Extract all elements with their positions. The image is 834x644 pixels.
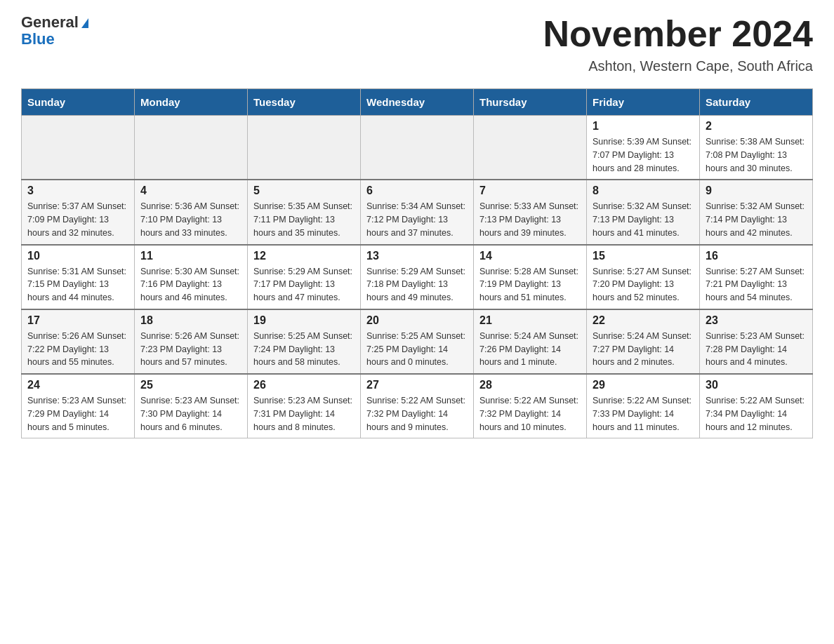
day-info: Sunrise: 5:29 AM Sunset: 7:17 PM Dayligh…	[253, 265, 355, 304]
day-info: Sunrise: 5:23 AM Sunset: 7:31 PM Dayligh…	[253, 394, 355, 434]
calendar-cell: 27Sunrise: 5:22 AM Sunset: 7:32 PM Dayli…	[361, 374, 474, 438]
day-number: 24	[27, 379, 128, 391]
day-info: Sunrise: 5:38 AM Sunset: 7:08 PM Dayligh…	[706, 135, 807, 175]
day-header-sunday: Sunday	[22, 89, 135, 116]
day-number: 16	[706, 250, 807, 262]
day-number: 30	[706, 379, 807, 391]
day-number: 27	[366, 379, 468, 391]
calendar-cell: 4Sunrise: 5:36 AM Sunset: 7:10 PM Daylig…	[135, 180, 248, 244]
calendar-cell: 11Sunrise: 5:30 AM Sunset: 7:16 PM Dayli…	[135, 245, 248, 309]
calendar-cell: 24Sunrise: 5:23 AM Sunset: 7:29 PM Dayli…	[22, 374, 135, 438]
day-info: Sunrise: 5:39 AM Sunset: 7:07 PM Dayligh…	[593, 135, 694, 175]
calendar-cell	[474, 116, 587, 180]
day-info: Sunrise: 5:24 AM Sunset: 7:26 PM Dayligh…	[479, 330, 581, 369]
day-info: Sunrise: 5:35 AM Sunset: 7:11 PM Dayligh…	[253, 200, 355, 239]
day-number: 1	[593, 120, 694, 133]
day-number: 8	[593, 185, 694, 197]
day-info: Sunrise: 5:25 AM Sunset: 7:25 PM Dayligh…	[366, 330, 468, 369]
day-info: Sunrise: 5:30 AM Sunset: 7:16 PM Dayligh…	[140, 265, 241, 304]
month-title: November 2024	[543, 14, 813, 54]
day-info: Sunrise: 5:29 AM Sunset: 7:18 PM Dayligh…	[366, 265, 468, 304]
day-number: 6	[366, 185, 468, 197]
day-info: Sunrise: 5:24 AM Sunset: 7:27 PM Dayligh…	[593, 330, 694, 369]
day-number: 19	[253, 314, 355, 327]
calendar-cell: 3Sunrise: 5:37 AM Sunset: 7:09 PM Daylig…	[22, 180, 135, 244]
day-info: Sunrise: 5:22 AM Sunset: 7:33 PM Dayligh…	[593, 394, 694, 434]
day-info: Sunrise: 5:28 AM Sunset: 7:19 PM Dayligh…	[479, 265, 581, 304]
calendar-table: SundayMondayTuesdayWednesdayThursdayFrid…	[21, 88, 813, 438]
calendar-week-row: 1Sunrise: 5:39 AM Sunset: 7:07 PM Daylig…	[22, 116, 813, 180]
calendar-cell: 8Sunrise: 5:32 AM Sunset: 7:13 PM Daylig…	[587, 180, 700, 244]
day-number: 2	[706, 120, 807, 133]
day-info: Sunrise: 5:37 AM Sunset: 7:09 PM Dayligh…	[27, 200, 128, 239]
calendar-cell: 12Sunrise: 5:29 AM Sunset: 7:17 PM Dayli…	[248, 245, 361, 309]
calendar-cell: 9Sunrise: 5:32 AM Sunset: 7:14 PM Daylig…	[700, 180, 813, 244]
calendar-cell: 19Sunrise: 5:25 AM Sunset: 7:24 PM Dayli…	[248, 309, 361, 374]
day-info: Sunrise: 5:22 AM Sunset: 7:34 PM Dayligh…	[706, 394, 807, 434]
day-header-wednesday: Wednesday	[361, 89, 474, 116]
day-number: 14	[479, 250, 581, 262]
day-info: Sunrise: 5:23 AM Sunset: 7:28 PM Dayligh…	[706, 330, 807, 369]
calendar-body: 1Sunrise: 5:39 AM Sunset: 7:07 PM Daylig…	[22, 116, 813, 438]
calendar-cell: 17Sunrise: 5:26 AM Sunset: 7:22 PM Dayli…	[22, 309, 135, 374]
day-info: Sunrise: 5:32 AM Sunset: 7:14 PM Dayligh…	[706, 200, 807, 239]
day-number: 5	[253, 185, 355, 197]
calendar-cell	[361, 116, 474, 180]
day-number: 10	[27, 250, 128, 262]
day-info: Sunrise: 5:25 AM Sunset: 7:24 PM Dayligh…	[253, 330, 355, 369]
calendar-header: SundayMondayTuesdayWednesdayThursdayFrid…	[22, 89, 813, 116]
calendar-cell: 15Sunrise: 5:27 AM Sunset: 7:20 PM Dayli…	[587, 245, 700, 309]
logo-triangle-icon	[81, 18, 88, 28]
calendar-cell: 21Sunrise: 5:24 AM Sunset: 7:26 PM Dayli…	[474, 309, 587, 374]
day-number: 18	[140, 314, 241, 327]
location-subtitle: Ashton, Western Cape, South Africa	[543, 58, 813, 74]
day-info: Sunrise: 5:23 AM Sunset: 7:29 PM Dayligh…	[27, 394, 128, 434]
calendar-cell: 7Sunrise: 5:33 AM Sunset: 7:13 PM Daylig…	[474, 180, 587, 244]
calendar-cell	[248, 116, 361, 180]
day-number: 22	[593, 314, 694, 327]
calendar-cell	[135, 116, 248, 180]
calendar-cell: 20Sunrise: 5:25 AM Sunset: 7:25 PM Dayli…	[361, 309, 474, 374]
day-info: Sunrise: 5:32 AM Sunset: 7:13 PM Dayligh…	[593, 200, 694, 239]
day-info: Sunrise: 5:34 AM Sunset: 7:12 PM Dayligh…	[366, 200, 468, 239]
day-number: 15	[593, 250, 694, 262]
calendar-week-row: 3Sunrise: 5:37 AM Sunset: 7:09 PM Daylig…	[22, 180, 813, 244]
day-number: 7	[479, 185, 581, 197]
day-number: 3	[27, 185, 128, 197]
calendar-cell: 22Sunrise: 5:24 AM Sunset: 7:27 PM Dayli…	[587, 309, 700, 374]
calendar-cell: 14Sunrise: 5:28 AM Sunset: 7:19 PM Dayli…	[474, 245, 587, 309]
day-number: 23	[706, 314, 807, 327]
calendar-cell	[22, 116, 135, 180]
logo-general-text: General	[21, 13, 79, 31]
calendar-week-row: 17Sunrise: 5:26 AM Sunset: 7:22 PM Dayli…	[22, 309, 813, 374]
calendar-cell: 13Sunrise: 5:29 AM Sunset: 7:18 PM Dayli…	[361, 245, 474, 309]
day-info: Sunrise: 5:26 AM Sunset: 7:23 PM Dayligh…	[140, 330, 241, 369]
day-number: 4	[140, 185, 241, 197]
day-number: 29	[593, 379, 694, 391]
logo-blue-text: Blue	[21, 31, 88, 48]
days-of-week-row: SundayMondayTuesdayWednesdayThursdayFrid…	[22, 89, 813, 116]
calendar-cell: 18Sunrise: 5:26 AM Sunset: 7:23 PM Dayli…	[135, 309, 248, 374]
calendar-cell: 30Sunrise: 5:22 AM Sunset: 7:34 PM Dayli…	[700, 374, 813, 438]
day-info: Sunrise: 5:36 AM Sunset: 7:10 PM Dayligh…	[140, 200, 241, 239]
day-info: Sunrise: 5:33 AM Sunset: 7:13 PM Dayligh…	[479, 200, 581, 239]
day-number: 11	[140, 250, 241, 262]
calendar-cell: 28Sunrise: 5:22 AM Sunset: 7:32 PM Dayli…	[474, 374, 587, 438]
day-header-friday: Friday	[587, 89, 700, 116]
day-info: Sunrise: 5:23 AM Sunset: 7:30 PM Dayligh…	[140, 394, 241, 434]
calendar-cell: 25Sunrise: 5:23 AM Sunset: 7:30 PM Dayli…	[135, 374, 248, 438]
day-header-saturday: Saturday	[700, 89, 813, 116]
day-info: Sunrise: 5:27 AM Sunset: 7:21 PM Dayligh…	[706, 265, 807, 304]
day-number: 12	[253, 250, 355, 262]
day-info: Sunrise: 5:22 AM Sunset: 7:32 PM Dayligh…	[479, 394, 581, 434]
day-number: 9	[706, 185, 807, 197]
calendar-cell: 26Sunrise: 5:23 AM Sunset: 7:31 PM Dayli…	[248, 374, 361, 438]
calendar-cell: 5Sunrise: 5:35 AM Sunset: 7:11 PM Daylig…	[248, 180, 361, 244]
day-number: 28	[479, 379, 581, 391]
day-header-monday: Monday	[135, 89, 248, 116]
day-number: 25	[140, 379, 241, 391]
day-info: Sunrise: 5:31 AM Sunset: 7:15 PM Dayligh…	[27, 265, 128, 304]
day-number: 20	[366, 314, 468, 327]
calendar-week-row: 10Sunrise: 5:31 AM Sunset: 7:15 PM Dayli…	[22, 245, 813, 309]
day-header-thursday: Thursday	[474, 89, 587, 116]
